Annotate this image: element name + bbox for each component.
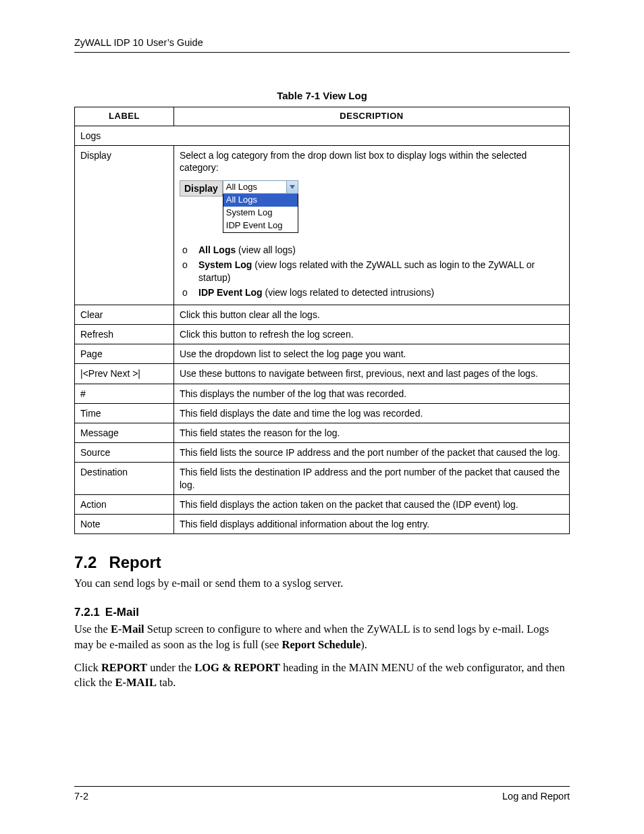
paragraph: Click REPORT under the LOG & REPORT head… [74, 660, 570, 691]
bullet-rest: (view logs related to detected intrusion… [263, 287, 434, 298]
cell-label: Source [75, 443, 174, 463]
text: Click [74, 661, 101, 674]
section-heading-7-2: 7.2Report [74, 553, 570, 572]
cell-desc: This field lists the source IP address a… [174, 443, 570, 463]
bullet-bold: IDP Event Log [198, 287, 263, 298]
table-row: # This displays the number of the log th… [75, 384, 570, 403]
table-row: Display Select a log category from the d… [75, 146, 570, 305]
paragraph: You can send logs by e-mail or send them… [74, 576, 570, 591]
running-header: ZyWALL IDP 10 User’s Guide [74, 37, 570, 52]
th-label: LABEL [75, 107, 174, 126]
display-dropdown-widget: Display All Logs All Logs System Log [180, 180, 298, 233]
dropdown-option[interactable]: System Log [223, 207, 298, 219]
cell-desc: Use the dropdown list to select the log … [174, 344, 570, 364]
header-rule [74, 52, 570, 53]
cell-label: |<Prev Next >| [75, 364, 174, 384]
list-item: IDP Event Log (view logs related to dete… [180, 286, 564, 298]
cell-label: Page [75, 344, 174, 364]
table-row: Action This field displays the action ta… [75, 494, 570, 514]
text: Use the [74, 623, 111, 635]
text-bold: E-Mail [111, 623, 144, 635]
cell-desc: This field displays the date and time th… [174, 403, 570, 423]
cell-desc: This field lists the destination IP addr… [174, 463, 570, 494]
cell-label: Destination [75, 463, 174, 494]
display-bullets: All Logs (view all logs) System Log (vie… [180, 244, 564, 298]
text: under the [147, 661, 194, 674]
cell-label: # [75, 384, 174, 403]
section-number: 7.2 [74, 553, 97, 571]
cell-label: Action [75, 494, 174, 514]
page-number: 7-2 [74, 791, 88, 802]
text-bold: REPORT [101, 661, 147, 674]
table-row: Time This field displays the date and ti… [75, 403, 570, 423]
display-intro: Select a log category from the drop down… [180, 149, 564, 174]
display-dropdown[interactable]: All Logs All Logs System Log IDP Event L… [223, 180, 298, 233]
text: ). [360, 638, 367, 651]
cell-label: Display [75, 146, 174, 305]
display-dropdown-value[interactable]: All Logs [223, 180, 298, 194]
subsection-number: 7.2.1 [74, 606, 100, 619]
page: ZyWALL IDP 10 User’s Guide Table 7-1 Vie… [0, 0, 644, 834]
text-bold: LOG & REPORT [194, 661, 280, 674]
cell-label: Time [75, 403, 174, 423]
table-row: Note This field displays additional info… [75, 514, 570, 533]
cell-desc: Use these buttons to navigate between fi… [174, 364, 570, 384]
list-item: System Log (view logs related with the Z… [180, 259, 564, 283]
table-row: Logs [75, 126, 570, 145]
table-row: Destination This field lists the destina… [75, 463, 570, 494]
cell-desc: This field displays the action taken on … [174, 494, 570, 514]
table-caption: Table 7-1 View Log [74, 90, 570, 101]
th-description: DESCRIPTION [174, 107, 570, 126]
bullet-bold: System Log [198, 259, 252, 270]
bullet-rest: (view all logs) [236, 244, 296, 255]
bullet-bold: All Logs [198, 244, 236, 255]
cell-desc: Click this button to refresh the log scr… [174, 325, 570, 344]
table-row: Refresh Click this button to refresh the… [75, 325, 570, 344]
cell-label: Message [75, 423, 174, 443]
dropdown-option[interactable]: All Logs [223, 194, 298, 207]
chevron-down-icon[interactable] [286, 181, 298, 193]
section-title: Report [109, 553, 161, 571]
list-item: All Logs (view all logs) [180, 244, 564, 256]
display-dropdown-label: Display [180, 180, 223, 197]
subsection-title: E-Mail [105, 606, 139, 619]
text: tab. [157, 676, 176, 689]
cell-desc: Click this button clear all the logs. [174, 305, 570, 324]
text-bold: Report Schedule [281, 638, 360, 651]
display-dropdown-current: All Logs [226, 182, 257, 193]
table-row: Source This field lists the source IP ad… [75, 443, 570, 463]
cell-label: Note [75, 514, 174, 533]
cell-desc: This field states the reason for the log… [174, 423, 570, 443]
footer-chapter: Log and Report [502, 791, 570, 802]
cell-desc: This field displays additional informati… [174, 514, 570, 533]
logs-section-row: Logs [75, 126, 570, 145]
text-bold: E-MAIL [115, 676, 156, 689]
footer-rule [74, 786, 570, 787]
table-row: Clear Click this button clear all the lo… [75, 305, 570, 324]
table-row: |<Prev Next >| Use these buttons to navi… [75, 364, 570, 384]
cell-label: Clear [75, 305, 174, 324]
page-footer: 7-2 Log and Report [74, 779, 570, 802]
table-row: Page Use the dropdown list to select the… [75, 344, 570, 364]
display-dropdown-list: All Logs System Log IDP Event Log [223, 194, 298, 233]
table-row: Message This field states the reason for… [75, 423, 570, 443]
cell-desc: Select a log category from the drop down… [174, 146, 570, 305]
view-log-table: LABEL DESCRIPTION Logs Display Select a … [74, 107, 570, 534]
cell-desc: This displays the number of the log that… [174, 384, 570, 403]
dropdown-option[interactable]: IDP Event Log [223, 219, 298, 232]
subsection-heading-7-2-1: 7.2.1E-Mail [74, 606, 570, 619]
paragraph: Use the E-Mail Setup screen to configure… [74, 622, 570, 652]
cell-label: Refresh [75, 325, 174, 344]
